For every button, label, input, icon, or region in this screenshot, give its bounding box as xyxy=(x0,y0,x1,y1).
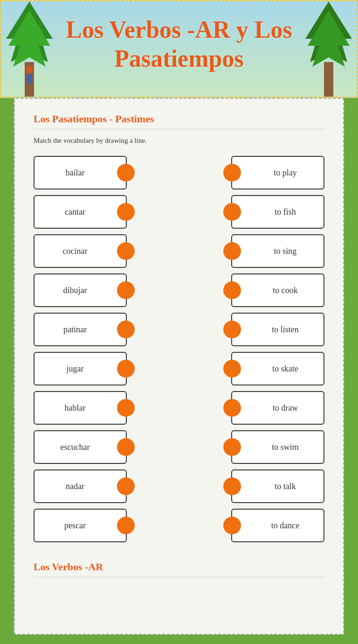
left-box-jugar[interactable]: jugar xyxy=(34,352,127,385)
left-label-cantar: cantar xyxy=(39,207,106,217)
right-label-tocook: to cook xyxy=(252,286,319,295)
left-box-dibujar[interactable]: dibujar xyxy=(34,273,127,307)
right-dot-tolisten[interactable] xyxy=(223,321,241,338)
right-dot-tosing[interactable] xyxy=(223,242,241,260)
match-row: escuchar to swim xyxy=(34,430,324,464)
page-title: Los Verbos -AR y Los Pasatiempos xyxy=(1,1,357,88)
left-box-cocinar[interactable]: cocinar xyxy=(34,234,127,268)
right-label-todance: to dance xyxy=(252,521,319,531)
right-dot-todance[interactable] xyxy=(223,517,241,534)
right-box-toskate[interactable]: to skate xyxy=(231,352,324,385)
right-box-tofish[interactable]: to fish xyxy=(231,195,324,229)
right-label-toskate: to skate xyxy=(252,364,319,374)
left-box-bailar[interactable]: bailar xyxy=(34,156,127,189)
left-dot-bailar[interactable] xyxy=(117,164,135,182)
right-box-toswim[interactable]: to swim xyxy=(231,430,324,464)
right-label-tosing: to sing xyxy=(252,246,319,256)
match-row: nadar to talk xyxy=(34,469,324,503)
right-box-todraw[interactable]: to draw xyxy=(231,391,324,425)
match-row: jugar to skate xyxy=(34,352,324,385)
right-dot-tocook[interactable] xyxy=(223,281,241,299)
match-row: patinar to listen xyxy=(34,313,324,346)
right-box-tocook[interactable]: to cook xyxy=(231,273,324,307)
left-dot-hablar[interactable] xyxy=(117,399,135,417)
left-label-jugar: jugar xyxy=(39,364,106,374)
left-box-escuchar[interactable]: escuchar xyxy=(34,430,127,464)
left-box-nadar[interactable]: nadar xyxy=(34,469,127,503)
left-dot-pescar[interactable] xyxy=(117,517,135,534)
right-label-totalk: to talk xyxy=(252,482,319,491)
right-dot-toskate[interactable] xyxy=(223,360,241,378)
left-label-pescar: pescar xyxy=(39,521,106,531)
right-dot-toplay[interactable] xyxy=(223,164,241,182)
match-container: bailar to play cantar to fish xyxy=(34,156,324,542)
left-dot-cocinar[interactable] xyxy=(117,242,135,260)
right-box-tosing[interactable]: to sing xyxy=(231,234,324,268)
left-label-dibujar: dibujar xyxy=(39,286,106,295)
match-row: hablar to draw xyxy=(34,391,324,425)
section1-title: Los Pasatiempos - Pastimes xyxy=(34,113,324,125)
left-label-nadar: nadar xyxy=(39,482,106,491)
instruction-text: Match the vocabulary by drawing a line. xyxy=(34,137,324,145)
left-box-patinar[interactable]: patinar xyxy=(34,313,127,346)
section2: Los Verbos -AR xyxy=(34,561,324,577)
left-dot-escuchar[interactable] xyxy=(117,438,135,456)
right-dot-todraw[interactable] xyxy=(223,399,241,417)
left-label-cocinar: cocinar xyxy=(39,246,106,256)
right-box-toplay[interactable]: to play xyxy=(231,156,324,189)
left-label-escuchar: escuchar xyxy=(39,442,106,452)
match-row: cocinar to sing xyxy=(34,234,324,268)
left-dot-nadar[interactable] xyxy=(117,477,135,495)
right-box-totalk[interactable]: to talk xyxy=(231,469,324,503)
match-row: dibujar to cook xyxy=(34,273,324,307)
left-label-hablar: hablar xyxy=(39,403,106,413)
left-box-hablar[interactable]: hablar xyxy=(34,391,127,425)
right-dot-tofish[interactable] xyxy=(223,203,241,221)
section1-divider xyxy=(34,129,324,129)
left-box-cantar[interactable]: cantar xyxy=(34,195,127,229)
right-dot-totalk[interactable] xyxy=(223,477,241,495)
left-box-pescar[interactable]: pescar xyxy=(34,509,127,542)
section2-divider xyxy=(34,577,324,577)
left-label-bailar: bailar xyxy=(39,168,106,178)
section2-title: Los Verbos -AR xyxy=(34,561,324,573)
right-label-todraw: to draw xyxy=(252,403,319,413)
left-dot-jugar[interactable] xyxy=(117,360,135,378)
left-dot-dibujar[interactable] xyxy=(117,281,135,299)
header-banner: Los Verbos -AR y Los Pasatiempos xyxy=(0,0,358,98)
right-dot-toswim[interactable] xyxy=(223,438,241,456)
left-dot-cantar[interactable] xyxy=(117,203,135,221)
right-label-tolisten: to listen xyxy=(252,325,319,335)
right-box-tolisten[interactable]: to listen xyxy=(231,313,324,346)
right-box-todance[interactable]: to dance xyxy=(231,509,324,542)
right-label-toswim: to swim xyxy=(252,442,319,452)
match-row: cantar to fish xyxy=(34,195,324,229)
right-label-tofish: to fish xyxy=(252,207,319,217)
left-label-patinar: patinar xyxy=(39,325,106,335)
match-row: bailar to play xyxy=(34,156,324,189)
left-dot-patinar[interactable] xyxy=(117,321,135,338)
right-label-toplay: to play xyxy=(252,168,319,178)
match-row: pescar to dance xyxy=(34,509,324,542)
main-content-card: Los Pasatiempos - Pastimes Match the voc… xyxy=(14,98,344,635)
